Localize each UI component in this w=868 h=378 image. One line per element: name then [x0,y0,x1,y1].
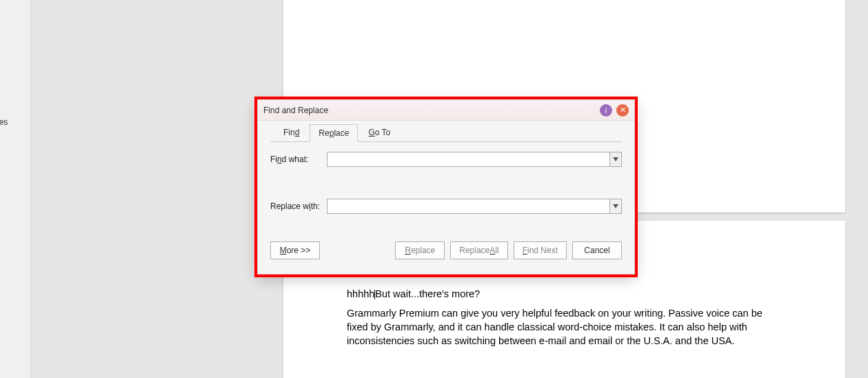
tab-goto[interactable]: Go To [359,123,399,141]
find-what-dropdown-button[interactable] [609,152,622,167]
lbl-key: n [277,155,282,164]
tab-goto-text: o To [375,128,390,137]
tab-find-text: Fin [283,128,295,137]
tab-find[interactable]: Find [274,123,308,141]
btn-txt: ore >> [287,246,311,255]
find-replace-dialog: Find and Replace i ✕ Find Replace Go To … [257,99,635,275]
tab-replace[interactable]: Replace [310,124,358,142]
btn-key: F [523,246,527,255]
replace-with-combo [327,199,622,214]
btn-txt: Cancel [584,246,609,255]
dialog-title: Find and Replace [263,106,596,115]
dialog-body: Find Replace Go To Find what: [258,121,634,274]
lbl-b: th: [311,201,320,211]
replace-button[interactable]: Replace [395,241,445,259]
lbl-b: d what: [282,155,309,164]
chevron-down-icon [613,157,618,161]
tab-find-key: d [295,128,300,137]
cancel-button[interactable]: Cancel [572,241,622,259]
dialog-titlebar[interactable]: Find and Replace i ✕ [258,100,634,121]
replace-with-row: Replace with: [270,199,622,214]
dialog-button-row: More >> Replace Replace All Find Next Ca… [270,241,622,259]
btn-txt-a: Replace [459,246,489,255]
tab-replace-text-b: lace [334,128,349,138]
btn-key: M [280,246,287,255]
close-icon[interactable]: ✕ [616,104,629,117]
find-what-row: Find what: [270,152,622,167]
styles-pane-sliver: yles [0,0,31,378]
more-button[interactable]: More >> [270,241,320,259]
replace-with-input[interactable] [327,199,609,214]
btn-txt: ind Next [527,246,558,255]
replace-all-button[interactable]: Replace All [450,241,507,259]
doc-text-fragment: hhhhh [347,288,374,299]
doc-paragraph: Grammarly Premium can give you very help… [347,306,781,348]
styles-label-fragment: yles [0,117,8,127]
btn-key: R [405,246,411,255]
find-next-button[interactable]: Find Next [514,241,567,259]
info-icon[interactable]: i [600,104,612,117]
replace-with-label: Replace with: [270,201,327,211]
dialog-tabs: Find Replace Go To [274,123,622,141]
btn-key: A [489,246,495,255]
btn-txt: eplace [411,246,435,255]
find-what-combo [327,152,622,167]
find-what-input[interactable] [327,152,609,167]
replace-with-dropdown-button[interactable] [609,199,622,214]
tab-goto-key: G [368,128,374,137]
doc-text-fragment: But wait...there's more? [375,288,480,299]
find-what-label: Find what: [270,155,327,164]
chevron-down-icon [613,204,618,208]
btn-txt-b: ll [495,246,498,255]
lbl-a: Replace w [270,201,309,211]
tab-replace-text-a: Re [319,128,329,138]
lbl-a: Fi [270,155,277,164]
form-area: Find what: Replace with: [270,141,622,259]
document-body-text[interactable]: hhhhhBut wait...there's more? Grammarly … [347,287,781,353]
